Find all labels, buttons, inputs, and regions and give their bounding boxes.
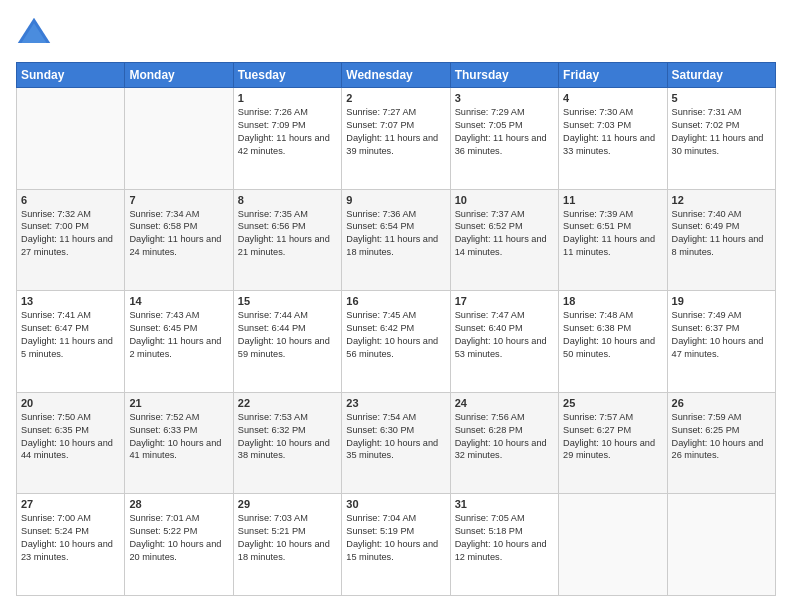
sunset: Sunset: 6:38 PM <box>563 322 662 335</box>
calendar-table: SundayMondayTuesdayWednesdayThursdayFrid… <box>16 62 776 596</box>
day-number: 1 <box>238 92 337 104</box>
daylight: Daylight: 10 hours and 53 minutes. <box>455 335 554 361</box>
calendar-cell: 8 Sunrise: 7:35 AM Sunset: 6:56 PM Dayli… <box>233 189 341 291</box>
calendar-cell: 3 Sunrise: 7:29 AM Sunset: 7:05 PM Dayli… <box>450 88 558 190</box>
calendar-cell: 26 Sunrise: 7:59 AM Sunset: 6:25 PM Dayl… <box>667 392 775 494</box>
sunrise: Sunrise: 7:59 AM <box>672 411 771 424</box>
sunset: Sunset: 6:37 PM <box>672 322 771 335</box>
sunrise: Sunrise: 7:57 AM <box>563 411 662 424</box>
calendar-header-row: SundayMondayTuesdayWednesdayThursdayFrid… <box>17 63 776 88</box>
sunset: Sunset: 6:54 PM <box>346 220 445 233</box>
sunset: Sunset: 5:21 PM <box>238 525 337 538</box>
calendar-cell: 28 Sunrise: 7:01 AM Sunset: 5:22 PM Dayl… <box>125 494 233 596</box>
sunrise: Sunrise: 7:40 AM <box>672 208 771 221</box>
day-number: 10 <box>455 194 554 206</box>
daylight: Daylight: 10 hours and 44 minutes. <box>21 437 120 463</box>
calendar-cell: 14 Sunrise: 7:43 AM Sunset: 6:45 PM Dayl… <box>125 291 233 393</box>
cell-content: Sunrise: 7:59 AM Sunset: 6:25 PM Dayligh… <box>672 411 771 463</box>
cell-content: Sunrise: 7:50 AM Sunset: 6:35 PM Dayligh… <box>21 411 120 463</box>
sunrise: Sunrise: 7:53 AM <box>238 411 337 424</box>
sunrise: Sunrise: 7:34 AM <box>129 208 228 221</box>
calendar-day-header: Friday <box>559 63 667 88</box>
calendar-week-row: 1 Sunrise: 7:26 AM Sunset: 7:09 PM Dayli… <box>17 88 776 190</box>
calendar-cell: 19 Sunrise: 7:49 AM Sunset: 6:37 PM Dayl… <box>667 291 775 393</box>
sunrise: Sunrise: 7:49 AM <box>672 309 771 322</box>
day-number: 7 <box>129 194 228 206</box>
day-number: 9 <box>346 194 445 206</box>
calendar-cell: 20 Sunrise: 7:50 AM Sunset: 6:35 PM Dayl… <box>17 392 125 494</box>
daylight: Daylight: 10 hours and 18 minutes. <box>238 538 337 564</box>
sunrise: Sunrise: 7:52 AM <box>129 411 228 424</box>
daylight: Daylight: 11 hours and 21 minutes. <box>238 233 337 259</box>
cell-content: Sunrise: 7:05 AM Sunset: 5:18 PM Dayligh… <box>455 512 554 564</box>
calendar-week-row: 6 Sunrise: 7:32 AM Sunset: 7:00 PM Dayli… <box>17 189 776 291</box>
cell-content: Sunrise: 7:54 AM Sunset: 6:30 PM Dayligh… <box>346 411 445 463</box>
calendar-cell: 1 Sunrise: 7:26 AM Sunset: 7:09 PM Dayli… <box>233 88 341 190</box>
day-number: 22 <box>238 397 337 409</box>
calendar-week-row: 20 Sunrise: 7:50 AM Sunset: 6:35 PM Dayl… <box>17 392 776 494</box>
calendar-cell: 13 Sunrise: 7:41 AM Sunset: 6:47 PM Dayl… <box>17 291 125 393</box>
daylight: Daylight: 10 hours and 15 minutes. <box>346 538 445 564</box>
calendar-cell <box>667 494 775 596</box>
sunrise: Sunrise: 7:30 AM <box>563 106 662 119</box>
sunrise: Sunrise: 7:47 AM <box>455 309 554 322</box>
cell-content: Sunrise: 7:45 AM Sunset: 6:42 PM Dayligh… <box>346 309 445 361</box>
sunrise: Sunrise: 7:43 AM <box>129 309 228 322</box>
cell-content: Sunrise: 7:48 AM Sunset: 6:38 PM Dayligh… <box>563 309 662 361</box>
calendar-week-row: 13 Sunrise: 7:41 AM Sunset: 6:47 PM Dayl… <box>17 291 776 393</box>
sunrise: Sunrise: 7:31 AM <box>672 106 771 119</box>
day-number: 24 <box>455 397 554 409</box>
sunrise: Sunrise: 7:41 AM <box>21 309 120 322</box>
sunset: Sunset: 6:51 PM <box>563 220 662 233</box>
daylight: Daylight: 11 hours and 8 minutes. <box>672 233 771 259</box>
sunrise: Sunrise: 7:01 AM <box>129 512 228 525</box>
sunrise: Sunrise: 7:50 AM <box>21 411 120 424</box>
daylight: Daylight: 10 hours and 20 minutes. <box>129 538 228 564</box>
day-number: 3 <box>455 92 554 104</box>
cell-content: Sunrise: 7:44 AM Sunset: 6:44 PM Dayligh… <box>238 309 337 361</box>
cell-content: Sunrise: 7:36 AM Sunset: 6:54 PM Dayligh… <box>346 208 445 260</box>
calendar-cell: 9 Sunrise: 7:36 AM Sunset: 6:54 PM Dayli… <box>342 189 450 291</box>
sunset: Sunset: 6:32 PM <box>238 424 337 437</box>
daylight: Daylight: 11 hours and 42 minutes. <box>238 132 337 158</box>
day-number: 27 <box>21 498 120 510</box>
calendar-cell: 22 Sunrise: 7:53 AM Sunset: 6:32 PM Dayl… <box>233 392 341 494</box>
daylight: Daylight: 10 hours and 32 minutes. <box>455 437 554 463</box>
day-number: 31 <box>455 498 554 510</box>
daylight: Daylight: 11 hours and 18 minutes. <box>346 233 445 259</box>
cell-content: Sunrise: 7:57 AM Sunset: 6:27 PM Dayligh… <box>563 411 662 463</box>
sunset: Sunset: 6:44 PM <box>238 322 337 335</box>
day-number: 29 <box>238 498 337 510</box>
sunset: Sunset: 7:02 PM <box>672 119 771 132</box>
daylight: Daylight: 11 hours and 33 minutes. <box>563 132 662 158</box>
calendar-cell: 25 Sunrise: 7:57 AM Sunset: 6:27 PM Dayl… <box>559 392 667 494</box>
calendar-day-header: Wednesday <box>342 63 450 88</box>
day-number: 28 <box>129 498 228 510</box>
daylight: Daylight: 11 hours and 39 minutes. <box>346 132 445 158</box>
cell-content: Sunrise: 7:49 AM Sunset: 6:37 PM Dayligh… <box>672 309 771 361</box>
day-number: 25 <box>563 397 662 409</box>
cell-content: Sunrise: 7:34 AM Sunset: 6:58 PM Dayligh… <box>129 208 228 260</box>
calendar-cell: 12 Sunrise: 7:40 AM Sunset: 6:49 PM Dayl… <box>667 189 775 291</box>
sunset: Sunset: 5:22 PM <box>129 525 228 538</box>
calendar-day-header: Saturday <box>667 63 775 88</box>
sunset: Sunset: 6:56 PM <box>238 220 337 233</box>
sunrise: Sunrise: 7:56 AM <box>455 411 554 424</box>
day-number: 5 <box>672 92 771 104</box>
sunset: Sunset: 6:27 PM <box>563 424 662 437</box>
day-number: 12 <box>672 194 771 206</box>
sunset: Sunset: 6:40 PM <box>455 322 554 335</box>
sunrise: Sunrise: 7:29 AM <box>455 106 554 119</box>
cell-content: Sunrise: 7:47 AM Sunset: 6:40 PM Dayligh… <box>455 309 554 361</box>
cell-content: Sunrise: 7:52 AM Sunset: 6:33 PM Dayligh… <box>129 411 228 463</box>
sunrise: Sunrise: 7:04 AM <box>346 512 445 525</box>
calendar-cell: 15 Sunrise: 7:44 AM Sunset: 6:44 PM Dayl… <box>233 291 341 393</box>
daylight: Daylight: 11 hours and 30 minutes. <box>672 132 771 158</box>
day-number: 8 <box>238 194 337 206</box>
calendar-cell: 6 Sunrise: 7:32 AM Sunset: 7:00 PM Dayli… <box>17 189 125 291</box>
sunrise: Sunrise: 7:27 AM <box>346 106 445 119</box>
calendar-cell: 30 Sunrise: 7:04 AM Sunset: 5:19 PM Dayl… <box>342 494 450 596</box>
cell-content: Sunrise: 7:39 AM Sunset: 6:51 PM Dayligh… <box>563 208 662 260</box>
day-number: 2 <box>346 92 445 104</box>
calendar-cell: 18 Sunrise: 7:48 AM Sunset: 6:38 PM Dayl… <box>559 291 667 393</box>
